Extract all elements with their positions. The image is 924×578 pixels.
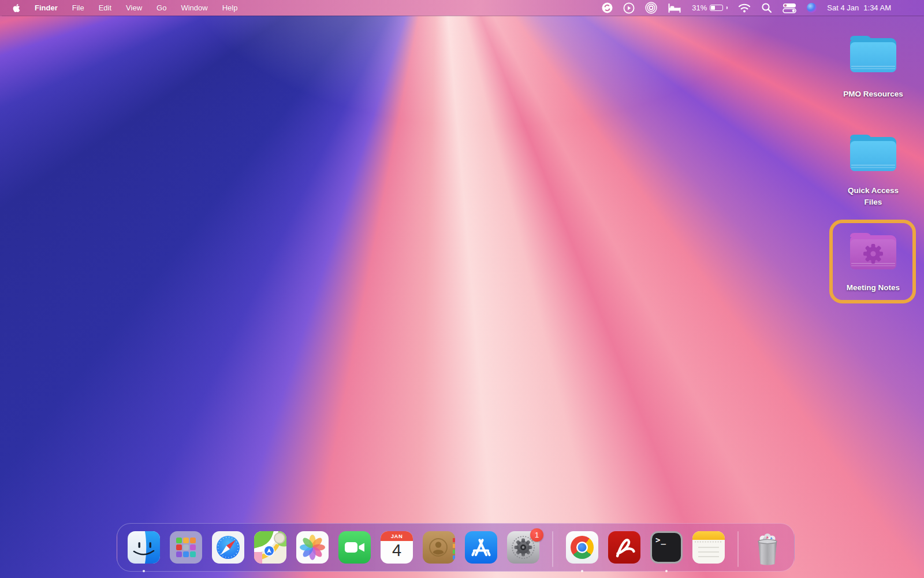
blue-folder-icon	[844, 31, 902, 77]
menu-view[interactable]: View	[126, 3, 142, 12]
purple-folder-gear-icon	[844, 228, 902, 274]
desktop-folder-meeting-notes[interactable]	[844, 228, 902, 276]
dock-item-terminal[interactable]: >_	[650, 531, 683, 569]
clock-date: Sat 4 Jan	[827, 3, 859, 12]
desktop-label-quick-access-files[interactable]: Quick Access Files	[839, 185, 908, 208]
dock-item-facetime[interactable]	[338, 531, 371, 569]
menu-edit[interactable]: Edit	[99, 3, 111, 12]
airdrop-icon[interactable]	[645, 2, 657, 14]
menu-bar: Finder File Edit View Go Window Help 31%	[0, 0, 924, 16]
dock-item-system-settings[interactable]: 1	[507, 531, 539, 569]
facetime-icon	[338, 531, 371, 564]
dock-item-chrome[interactable]	[566, 531, 598, 569]
dock-item-trash[interactable]	[751, 531, 784, 569]
finder-icon	[128, 531, 160, 564]
contacts-icon	[423, 531, 455, 564]
menu-go[interactable]: Go	[157, 3, 166, 12]
desktop-folder-quick-access-files[interactable]	[844, 129, 902, 178]
dock: JAN 4	[117, 523, 795, 572]
dock-item-calendar[interactable]: JAN 4	[381, 531, 413, 569]
desktop-label-pmo-resources[interactable]: PMO Resources	[839, 88, 908, 100]
acrobat-reader-icon	[608, 531, 640, 564]
desktop-folder-pmo-resources[interactable]	[844, 31, 902, 79]
bed-focus-icon[interactable]	[668, 2, 681, 14]
apple-menu-icon[interactable]	[13, 2, 20, 14]
dock-item-photos[interactable]	[296, 531, 329, 569]
dock-item-contacts[interactable]	[423, 531, 455, 569]
running-indicator	[143, 570, 145, 572]
dock-item-notes[interactable]	[692, 531, 725, 569]
spotlight-search-icon[interactable]	[761, 2, 772, 14]
calendar-day-label: 4	[381, 541, 413, 560]
control-center-icon[interactable]	[783, 2, 796, 14]
dock-item-launchpad[interactable]	[170, 531, 202, 569]
chrome-icon	[566, 531, 598, 564]
trash-full-icon	[751, 531, 784, 566]
dock-item-safari[interactable]	[212, 531, 244, 569]
menu-help[interactable]: Help	[222, 3, 238, 12]
menu-window[interactable]: Window	[181, 3, 207, 12]
siri-icon[interactable]	[807, 3, 817, 13]
notification-badge: 1	[530, 528, 543, 542]
wifi-icon[interactable]	[738, 2, 751, 14]
dock-item-finder[interactable]	[128, 531, 160, 569]
photos-icon	[296, 531, 329, 564]
desktop-label-meeting-notes[interactable]: Meeting Notes	[839, 282, 908, 294]
desktop-wallpaper	[0, 0, 924, 578]
dock-separator	[737, 531, 739, 567]
app-store-icon	[465, 531, 497, 564]
running-indicator	[581, 570, 583, 572]
clock-time: 1:34 AM	[863, 3, 891, 12]
terminal-prompt-glyph: >_	[655, 535, 666, 544]
calendar-month-label: JAN	[381, 533, 413, 539]
menu-finder[interactable]: Finder	[35, 3, 58, 12]
maps-icon	[254, 531, 286, 564]
dock-separator	[552, 531, 553, 567]
running-indicator	[665, 570, 668, 572]
battery-percent-label: 31%	[692, 3, 707, 12]
menu-bar-clock[interactable]: Sat 4 Jan 1:34 AM	[827, 3, 891, 12]
blue-folder-icon	[844, 129, 902, 176]
menu-file[interactable]: File	[72, 3, 84, 12]
safari-icon	[212, 531, 244, 564]
dock-item-app-store[interactable]	[465, 531, 497, 569]
launchpad-icon	[170, 531, 202, 564]
notes-icon	[692, 531, 725, 564]
dock-item-acrobat-reader[interactable]	[608, 531, 640, 569]
battery-icon	[710, 5, 723, 11]
battery-indicator[interactable]: 31%	[692, 3, 728, 12]
now-playing-icon[interactable]	[623, 2, 635, 14]
dock-item-maps[interactable]	[254, 531, 286, 569]
shazam-icon[interactable]	[602, 2, 613, 14]
